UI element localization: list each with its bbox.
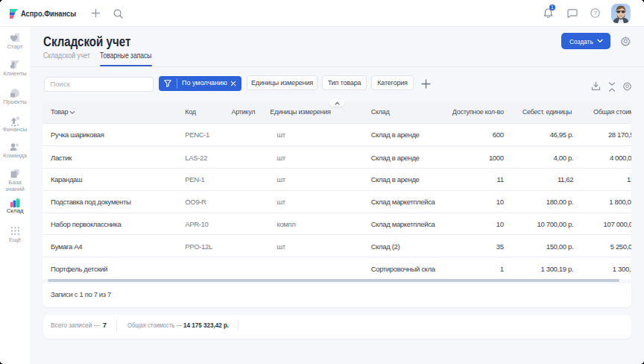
svg-text:?: ?: [593, 10, 596, 16]
